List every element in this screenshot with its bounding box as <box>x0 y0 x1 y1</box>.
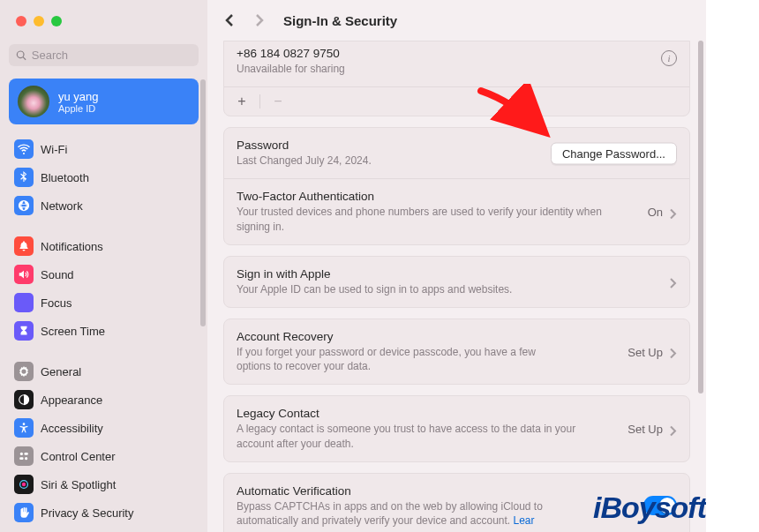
close-window-button[interactable] <box>16 16 26 26</box>
sidebar-item-label: Privacy & Security <box>41 506 133 520</box>
phone-status: Unavailable for sharing <box>237 62 677 76</box>
sidebar-item-network[interactable]: Network <box>9 191 199 220</box>
network-icon <box>18 199 30 212</box>
sidebar-item-label: Bluetooth <box>41 171 89 184</box>
watermark: iBoysoft <box>593 491 706 525</box>
svg-point-2 <box>20 453 23 455</box>
fullscreen-window-button[interactable] <box>51 16 62 26</box>
sidebar-item-label: Network <box>41 199 83 213</box>
sidebar: yu yang Apple ID Wi-Fi Bluetooth Network <box>0 0 207 532</box>
sidebar-item-privacy-security[interactable]: Privacy & Security <box>9 498 199 527</box>
chevron-right-icon <box>253 14 264 26</box>
recovery-desc: If you forget your password or device pa… <box>237 345 572 373</box>
main-scrollbar[interactable] <box>698 41 703 393</box>
autoverify-desc: Bypass CAPTCHAs in apps and on the web b… <box>237 499 590 528</box>
appearance-icon <box>18 393 30 406</box>
phone-number: +86 184 0827 9750 <box>237 47 677 60</box>
svg-point-5 <box>25 457 27 460</box>
password-card: Password Last Changed July 24, 2024. Cha… <box>223 127 690 245</box>
change-password-button[interactable]: Change Password... <box>551 142 677 164</box>
window-controls <box>16 16 62 26</box>
sidebar-item-sound[interactable]: Sound <box>9 260 199 288</box>
sound-icon <box>18 268 30 281</box>
titlebar: Sign-In & Security <box>207 0 706 41</box>
svg-point-1 <box>23 423 26 425</box>
forward-button[interactable] <box>250 11 267 29</box>
sidebar-item-label: Appearance <box>41 393 102 407</box>
chevron-right-icon <box>670 423 677 434</box>
recovery-title: Account Recovery <box>237 330 677 343</box>
apple-id-account-row[interactable]: yu yang Apple ID <box>9 79 199 124</box>
content-area: +86 184 0827 9750 Unavailable for sharin… <box>207 41 706 532</box>
account-name: yu yang <box>58 90 99 103</box>
sidebar-item-focus[interactable]: Focus <box>9 288 199 317</box>
password-row: Password Last Changed July 24, 2024. Cha… <box>224 128 689 178</box>
chevron-right-icon <box>670 276 677 287</box>
system-settings-window: yu yang Apple ID Wi-Fi Bluetooth Network <box>0 0 706 532</box>
remove-phone-button[interactable]: − <box>269 93 287 110</box>
hand-icon <box>18 506 30 519</box>
main-panel: Sign-In & Security +86 184 0827 9750 Una… <box>207 0 706 532</box>
twofa-desc: Your trusted devices and phone numbers a… <box>237 205 607 233</box>
sidebar-item-label: Sound <box>41 268 74 281</box>
back-button[interactable] <box>222 11 239 29</box>
sidebar-item-bluetooth[interactable]: Bluetooth <box>9 163 199 191</box>
learn-more-link[interactable]: Lear <box>514 514 535 527</box>
siwa-title: Sign in with Apple <box>237 267 677 281</box>
minimize-window-button[interactable] <box>34 16 44 26</box>
sidebar-item-accessibility[interactable]: Accessibility <box>9 414 199 442</box>
chevron-right-icon <box>670 347 677 357</box>
search-field[interactable] <box>9 44 199 66</box>
legacy-desc: A legacy contact is someone you trust to… <box>237 422 607 450</box>
sidebar-item-appearance[interactable]: Appearance <box>9 386 199 414</box>
sidebar-item-label: Notifications <box>41 240 103 253</box>
sidebar-list: Wi-Fi Bluetooth Network Notifications <box>9 135 199 527</box>
twofa-title: Two-Factor Authentication <box>237 190 677 203</box>
svg-point-7 <box>22 483 26 486</box>
recovery-value: Set Up <box>627 345 663 358</box>
avatar <box>18 86 49 117</box>
bell-icon <box>18 240 30 252</box>
add-phone-button[interactable]: + <box>233 93 251 110</box>
phone-numbers-card: +86 184 0827 9750 Unavailable for sharin… <box>223 41 690 116</box>
siri-icon <box>18 478 30 491</box>
search-input[interactable] <box>32 49 192 62</box>
sidebar-item-label: Focus <box>41 296 71 310</box>
sidebar-scrollbar[interactable] <box>200 79 206 326</box>
accessibility-icon <box>18 422 30 434</box>
two-factor-row[interactable]: Two-Factor Authentication Your trusted d… <box>224 178 689 244</box>
sidebar-item-label: Wi-Fi <box>41 143 67 156</box>
info-icon[interactable]: i <box>661 50 677 66</box>
gear-icon <box>18 365 30 378</box>
sidebar-item-siri-spotlight[interactable]: Siri & Spotlight <box>9 470 199 498</box>
bluetooth-icon <box>18 171 30 184</box>
sidebar-item-label: Siri & Spotlight <box>41 478 116 491</box>
moon-icon <box>18 296 30 309</box>
sidebar-item-wifi[interactable]: Wi-Fi <box>9 135 199 163</box>
legacy-title: Legacy Contact <box>237 407 677 420</box>
control-center-icon <box>18 450 30 462</box>
sign-in-with-apple-card[interactable]: Sign in with Apple Your Apple ID can be … <box>223 256 690 308</box>
page-title: Sign-In & Security <box>283 13 397 28</box>
wifi-icon <box>18 143 30 155</box>
sidebar-item-control-center[interactable]: Control Center <box>9 442 199 470</box>
hourglass-icon <box>18 325 30 337</box>
twofa-value: On <box>648 206 663 219</box>
sidebar-item-label: Screen Time <box>41 325 105 338</box>
chevron-right-icon <box>670 206 677 217</box>
account-recovery-card[interactable]: Account Recovery If you forget your pass… <box>223 318 690 385</box>
chevron-left-icon <box>225 14 236 26</box>
legacy-value: Set Up <box>627 423 663 436</box>
legacy-contact-card[interactable]: Legacy Contact A legacy contact is someo… <box>223 395 690 461</box>
sidebar-item-label: Control Center <box>41 450 116 463</box>
siwa-desc: Your Apple ID can be used to sign in to … <box>237 282 677 296</box>
sidebar-item-label: General <box>41 365 81 378</box>
svg-rect-4 <box>19 457 23 460</box>
sidebar-item-notifications[interactable]: Notifications <box>9 232 199 260</box>
sidebar-item-label: Accessibility <box>41 422 103 435</box>
svg-rect-3 <box>24 453 27 455</box>
sidebar-item-screen-time[interactable]: Screen Time <box>9 317 199 345</box>
search-icon <box>16 49 27 62</box>
account-sub: Apple ID <box>58 103 99 114</box>
sidebar-item-general[interactable]: General <box>9 357 199 386</box>
